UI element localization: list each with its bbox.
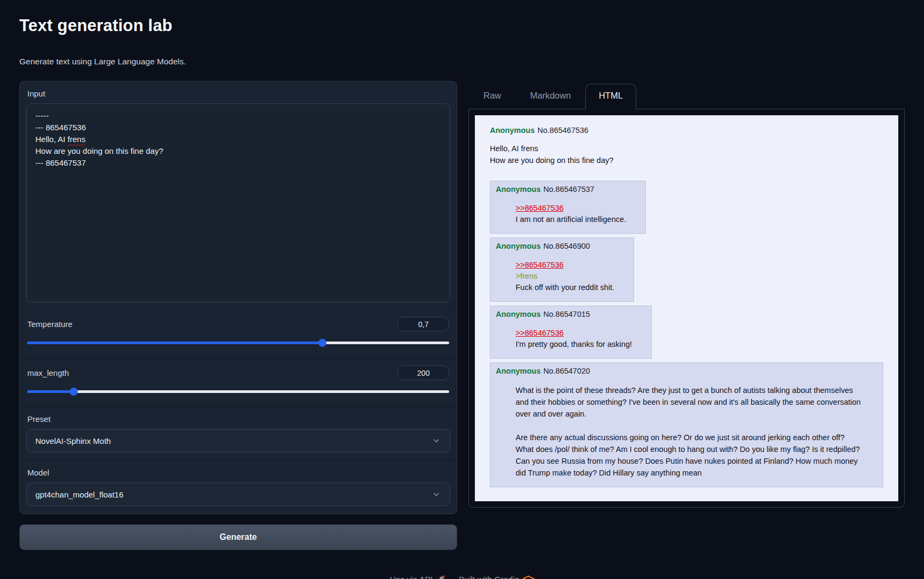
op-post-body: Hello, AI frensHow are you doing on this…: [490, 143, 883, 166]
generate-button[interactable]: Generate: [19, 524, 457, 550]
max-length-value-input[interactable]: 200: [398, 366, 449, 380]
reply-row: AnonymousNo.86547020What is the point of…: [490, 362, 883, 487]
preset-row: Preset NovelAI-Sphinx Moth: [20, 406, 457, 460]
quotelink[interactable]: >>865467536: [516, 259, 564, 271]
op-post: AnonymousNo.865467536Hello, AI frensHow …: [490, 126, 883, 166]
post-author-name: Anonymous: [496, 185, 541, 194]
slider-track: [27, 390, 449, 393]
temperature-value-input[interactable]: 0,7: [398, 317, 449, 331]
input-label: Input: [27, 89, 450, 98]
model-dropdown[interactable]: gpt4chan_model_float16: [26, 482, 450, 506]
reply-post: AnonymousNo.86546900>>865467536>frensFuc…: [490, 237, 634, 302]
reply-post: AnonymousNo.86547015>>865467536I'm prett…: [490, 306, 652, 359]
preset-dropdown[interactable]: NovelAI-Sphinx Moth: [26, 429, 450, 452]
chevron-down-icon: [431, 436, 441, 446]
quotelink[interactable]: >>865467536: [516, 328, 564, 339]
post-header: AnonymousNo.86546900: [496, 242, 626, 250]
post-author-name: Anonymous: [490, 126, 535, 135]
input-panel: Input -------- 865467536Hello, AI frensH…: [19, 81, 457, 514]
chevron-down-icon: [431, 489, 441, 499]
post-number[interactable]: No.865467537: [543, 185, 594, 194]
input-textarea[interactable]: -------- 865467536Hello, AI frensHow are…: [26, 103, 450, 302]
post-line: I'm pretty good, thanks for asking!: [516, 339, 632, 350]
post-line: Fuck off with your reddit shit.: [516, 282, 614, 293]
reply-row: AnonymousNo.86547015>>865467536I'm prett…: [490, 306, 883, 359]
gradio-logo-icon: [523, 575, 534, 579]
reply-post-body: >>865467536I'm pretty good, thanks for a…: [516, 328, 632, 350]
use-via-api-link[interactable]: Use via API 🚀: [390, 575, 445, 579]
textarea-line: --- 865467536: [35, 122, 441, 133]
slider-thumb[interactable]: [318, 339, 326, 347]
output-tabbar: RawMarkdownHTML: [468, 81, 905, 109]
preset-label: Preset: [27, 414, 450, 424]
reply-post-body: What is the point of these threads? Are …: [516, 384, 863, 479]
input-row: Input -------- 865467536Hello, AI frensH…: [20, 81, 457, 309]
use-via-api-label: Use via API: [390, 575, 433, 579]
post-number[interactable]: No.865467536: [538, 126, 588, 135]
post-header: AnonymousNo.865467536: [490, 126, 883, 135]
quotelink[interactable]: >>865467536: [516, 203, 564, 214]
replies-list: AnonymousNo.865467537>>865467536I am not…: [490, 181, 883, 487]
reply-row: AnonymousNo.865467537>>865467536I am not…: [490, 181, 883, 234]
reply-post-body: >>865467536>frensFuck off with your redd…: [516, 259, 614, 293]
tab-markdown[interactable]: Markdown: [516, 84, 585, 109]
page: Text generation lab Generate text using …: [0, 0, 924, 579]
slider-fill: [27, 390, 74, 393]
misspelled-word: frens: [68, 135, 85, 144]
output-panel: AnonymousNo.865467536Hello, AI frensHow …: [468, 109, 905, 508]
textarea-line: Hello, AI frens: [35, 133, 441, 145]
post-header: AnonymousNo.865467537: [496, 185, 638, 194]
preset-dropdown-value: NovelAI-Sphinx Moth: [35, 436, 111, 446]
textarea-line: -----: [35, 110, 441, 122]
post-number[interactable]: No.86547015: [543, 310, 590, 318]
slider-fill: [27, 342, 323, 344]
reply-post-body: >>865467536I am not an artificial intell…: [516, 203, 626, 225]
built-with-gradio-link[interactable]: Built with Gradio: [459, 575, 534, 579]
page-title: Text generation lab: [19, 16, 905, 35]
rocket-icon: 🚀: [436, 575, 445, 579]
temperature-slider[interactable]: [27, 339, 449, 347]
post-header: AnonymousNo.86547020: [496, 367, 875, 375]
post-paragraph: What is the point of these threads? Are …: [516, 384, 863, 420]
post-paragraph: Are there any actual discussions going o…: [516, 432, 863, 479]
post-number[interactable]: No.86546900: [543, 242, 590, 250]
max-length-row: max_length 200: [20, 358, 457, 406]
post-line: I am not an artificial intelligence.: [516, 214, 626, 225]
left-column: Input -------- 865467536Hello, AI frensH…: [19, 81, 457, 550]
post-number[interactable]: No.86547020: [543, 367, 590, 375]
post-line: Hello, AI frens: [490, 143, 883, 154]
slider-thumb[interactable]: [70, 388, 78, 396]
textarea-line: --- 865467537: [35, 157, 441, 169]
right-column: RawMarkdownHTML AnonymousNo.865467536Hel…: [468, 81, 905, 508]
main-columns: Input -------- 865467536Hello, AI frensH…: [19, 81, 905, 550]
post-line: How are you doing on this fine day?: [490, 154, 883, 166]
footer: Use via API 🚀 · Built with Gradio: [19, 575, 905, 579]
thread-output: AnonymousNo.865467536Hello, AI frensHow …: [475, 115, 898, 501]
post-author-name: Anonymous: [496, 242, 541, 250]
textarea-line: How are you doing on this fine day?: [35, 145, 441, 157]
model-label: Model: [27, 468, 450, 477]
max-length-slider[interactable]: [27, 388, 449, 396]
model-dropdown-value: gpt4chan_model_float16: [35, 490, 123, 499]
reply-post: AnonymousNo.865467537>>865467536I am not…: [490, 181, 646, 234]
post-author-name: Anonymous: [496, 367, 541, 375]
page-subtitle: Generate text using Large Language Model…: [19, 57, 905, 66]
built-with-gradio-label: Built with Gradio: [459, 575, 519, 579]
post-author-name: Anonymous: [496, 310, 541, 318]
max-length-label: max_length: [27, 368, 69, 377]
reply-row: AnonymousNo.86546900>>865467536>frensFuc…: [490, 237, 883, 302]
post-header: AnonymousNo.86547015: [496, 310, 644, 318]
model-row: Model gpt4chan_model_float16: [20, 460, 457, 514]
tab-html[interactable]: HTML: [585, 84, 636, 109]
greentext-line: >frens: [516, 271, 614, 282]
temperature-row: Temperature 0,7: [20, 309, 457, 358]
reply-post: AnonymousNo.86547020What is the point of…: [490, 362, 883, 487]
temperature-label: Temperature: [27, 320, 72, 329]
footer-separator: ·: [451, 575, 453, 579]
tab-raw[interactable]: Raw: [469, 84, 516, 109]
